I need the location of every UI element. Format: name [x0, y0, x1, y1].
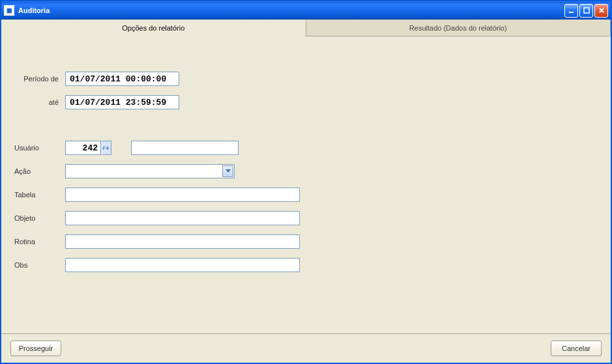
- cancel-button[interactable]: Cancelar: [551, 341, 602, 356]
- label-object: Objeto: [14, 214, 65, 222]
- period-from-input[interactable]: [65, 72, 179, 86]
- label-period-to: até: [14, 98, 65, 106]
- tab-results-label: Resultado (Dados do relatório): [409, 24, 507, 32]
- window: ▦ Auditoria Opções do relatório Resultad…: [0, 0, 612, 364]
- content-area: Período de até Usuário F4 Ação: [1, 36, 611, 333]
- tab-options-label: Opções do relatório: [122, 24, 184, 32]
- proceed-button[interactable]: Prosseguir: [10, 341, 61, 356]
- row-user: Usuário F4: [14, 141, 598, 155]
- label-user: Usuário: [14, 144, 65, 152]
- close-button[interactable]: [594, 4, 608, 18]
- row-table: Tabela: [14, 188, 598, 202]
- row-action: Ação: [14, 164, 598, 178]
- titlebar: ▦ Auditoria: [1, 1, 611, 20]
- tab-results[interactable]: Resultado (Dados do relatório): [306, 20, 611, 36]
- app-icon: ▦: [4, 5, 14, 16]
- action-select[interactable]: [65, 164, 235, 178]
- user-name-input[interactable]: [131, 141, 239, 155]
- window-title: Auditoria: [18, 7, 564, 14]
- user-lookup-button[interactable]: F4: [101, 141, 111, 155]
- user-code-input[interactable]: [65, 141, 101, 155]
- label-routine: Rotina: [14, 238, 65, 245]
- footer: Prosseguir Cancelar: [1, 333, 611, 363]
- label-period-from: Período de: [14, 75, 65, 83]
- row-routine: Rotina: [14, 234, 598, 249]
- label-obs: Obs: [14, 261, 65, 269]
- label-table: Tabela: [14, 191, 65, 199]
- f4-icon: F4: [103, 145, 109, 151]
- window-buttons: [564, 4, 608, 18]
- label-action: Ação: [14, 167, 65, 175]
- tab-bar: Opções do relatório Resultado (Dados do …: [1, 20, 611, 36]
- row-object: Objeto: [14, 211, 598, 225]
- chevron-down-icon[interactable]: [222, 165, 233, 177]
- row-period-to: até: [14, 95, 598, 109]
- svg-rect-0: [569, 12, 574, 13]
- tab-options[interactable]: Opções do relatório: [1, 20, 306, 36]
- object-input[interactable]: [65, 211, 300, 225]
- period-to-input[interactable]: [65, 95, 179, 109]
- maximize-button[interactable]: [579, 4, 593, 18]
- routine-input[interactable]: [65, 234, 300, 249]
- table-input[interactable]: [65, 188, 300, 202]
- minimize-button[interactable]: [564, 4, 578, 18]
- action-input[interactable]: [65, 164, 235, 178]
- row-period-from: Período de: [14, 72, 598, 86]
- svg-rect-1: [584, 8, 589, 13]
- row-obs: Obs: [14, 258, 598, 272]
- obs-input[interactable]: [65, 258, 300, 272]
